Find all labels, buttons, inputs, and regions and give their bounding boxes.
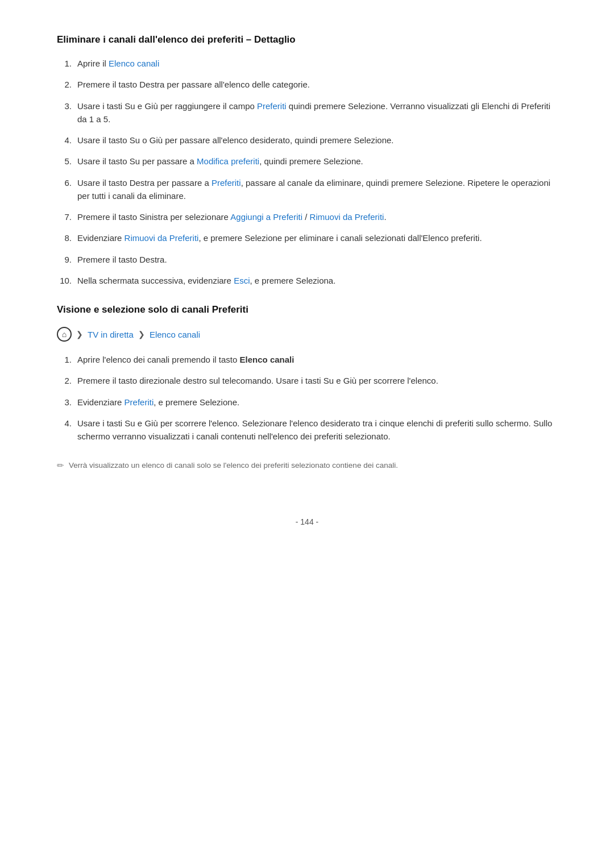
list-item: 4. Usare i tasti Su e Giù per scorrere l… (57, 417, 557, 443)
tv-diretta-link[interactable]: TV in diretta (88, 330, 134, 339)
text-before: Premere il tasto Sinistra per selezionar… (77, 212, 230, 222)
breadcrumb: ⌂ ❯ TV in diretta ❯ Elenco canali (57, 327, 557, 342)
list-number: 10. (57, 274, 77, 287)
list-number: 1. (57, 57, 77, 70)
list-content: Usare il tasto Su per passare a Modifica… (77, 155, 557, 168)
list-item: 9. Premere il tasto Destra. (57, 253, 557, 266)
list-number: 2. (57, 374, 77, 387)
section1-list: 1. Aprire il Elenco canali 2. Premere il… (57, 57, 557, 287)
note-text: Verrà visualizzato un elenco di canali s… (69, 460, 398, 471)
list-number: 3. (57, 99, 77, 113)
section1-title: Eliminare i canali dall'elenco dei prefe… (57, 34, 557, 45)
elenco-canali-link-2[interactable]: Elenco canali (150, 330, 200, 339)
list-item: 10. Nella schermata successiva, evidenzi… (57, 274, 557, 287)
page-number: - 144 - (296, 517, 318, 526)
text-before: Nella schermata successiva, evidenziare (77, 276, 234, 285)
list-item: 1. Aprire il Elenco canali (57, 57, 557, 70)
list-item: 7. Premere il tasto Sinistra per selezio… (57, 210, 557, 223)
list-content: Usare il tasto Su o Giù per passare all'… (77, 134, 557, 147)
list-content: Premere il tasto Destra. (77, 253, 557, 266)
text-after: , e premere Selezione per eliminare i ca… (198, 233, 482, 243)
list-content: Premere il tasto Sinistra per selezionar… (77, 210, 557, 223)
list-number: 5. (57, 155, 77, 168)
note-row: ✏ Verrà visualizzato un elenco di canali… (57, 460, 557, 471)
page-footer: - 144 - (57, 517, 557, 526)
list-item: 8. Evidenziare Rimuovi da Preferiti, e p… (57, 231, 557, 244)
list-item: 3. Evidenziare Preferiti, e premere Sele… (57, 396, 557, 409)
pencil-icon: ✏ (57, 460, 64, 471)
text-after: , e premere Seleziona. (250, 276, 335, 285)
list-item: 1. Aprire l'elenco dei canali premendo i… (57, 353, 557, 366)
text-after: , quindi premere Selezione. (259, 156, 363, 166)
chevron-icon-1: ❯ (76, 330, 83, 339)
bold-text: Elenco canali (240, 355, 294, 364)
list-item: 2. Premere il tasto direzionale destro s… (57, 374, 557, 387)
list-number: 2. (57, 78, 77, 91)
list-content: Evidenziare Preferiti, e premere Selezio… (77, 396, 557, 409)
text-before: Usare il tasto Destra per passare a (77, 178, 211, 188)
list-number: 6. (57, 176, 77, 189)
list-number: 4. (57, 134, 77, 147)
text-before: Usare i tasti Su e Giù per raggiungere i… (77, 101, 257, 111)
separator: / (302, 212, 310, 222)
list-number: 8. (57, 231, 77, 244)
list-number: 9. (57, 253, 77, 266)
list-item: 2. Premere il tasto Destra per passare a… (57, 78, 557, 91)
list-item: 4. Usare il tasto Su o Giù per passare a… (57, 134, 557, 147)
list-content: Premere il tasto Destra per passare all'… (77, 78, 557, 91)
text-after: . (384, 212, 386, 222)
list-content: Premere il tasto direzionale destro sul … (77, 374, 557, 387)
list-content: Usare i tasti Su e Giù per raggiungere i… (77, 99, 557, 126)
preferiti-link-1[interactable]: Preferiti (257, 101, 287, 111)
preferiti-link-3[interactable]: Preferiti (125, 397, 154, 407)
list-content: Usare i tasti Su e Giù per scorrere l'el… (77, 417, 557, 443)
text-before: Aprire l'elenco dei canali premendo il t… (77, 355, 240, 364)
rimuovi-preferiti-link-2[interactable]: Rimuovi da Preferiti (125, 233, 199, 243)
list-item: 6. Usare il tasto Destra per passare a P… (57, 176, 557, 203)
chevron-icon-2: ❯ (138, 330, 145, 339)
elenco-canali-link-1[interactable]: Elenco canali (109, 59, 159, 68)
home-icon: ⌂ (57, 327, 72, 342)
list-item: 5. Usare il tasto Su per passare a Modif… (57, 155, 557, 168)
list-number: 4. (57, 417, 77, 430)
list-item: 3. Usare i tasti Su e Giù per raggiunger… (57, 99, 557, 126)
text-before: Usare il tasto Su per passare a (77, 156, 197, 166)
modifica-preferiti-link[interactable]: Modifica preferiti (197, 156, 259, 166)
list-content: Usare il tasto Destra per passare a Pref… (77, 176, 557, 203)
text-after: , e premere Selezione. (154, 397, 239, 407)
list-content: Nella schermata successiva, evidenziare … (77, 274, 557, 287)
text-before: Aprire il (77, 59, 109, 68)
list-content: Evidenziare Rimuovi da Preferiti, e prem… (77, 231, 557, 244)
list-number: 3. (57, 396, 77, 409)
text-before: Evidenziare (77, 397, 125, 407)
list-number: 7. (57, 210, 77, 223)
section2-list: 1. Aprire l'elenco dei canali premendo i… (57, 353, 557, 443)
aggiungi-preferiti-link[interactable]: Aggiungi a Preferiti (230, 212, 302, 222)
preferiti-link-2[interactable]: Preferiti (211, 178, 241, 188)
text-before: Evidenziare (77, 233, 125, 243)
list-content: Aprire il Elenco canali (77, 57, 557, 70)
list-content: Aprire l'elenco dei canali premendo il t… (77, 353, 557, 366)
section2-title: Visione e selezione solo di canali Prefe… (57, 304, 557, 315)
rimuovi-preferiti-link-1[interactable]: Rimuovi da Preferiti (310, 212, 384, 222)
list-number: 1. (57, 353, 77, 366)
esci-link[interactable]: Esci (234, 276, 250, 285)
